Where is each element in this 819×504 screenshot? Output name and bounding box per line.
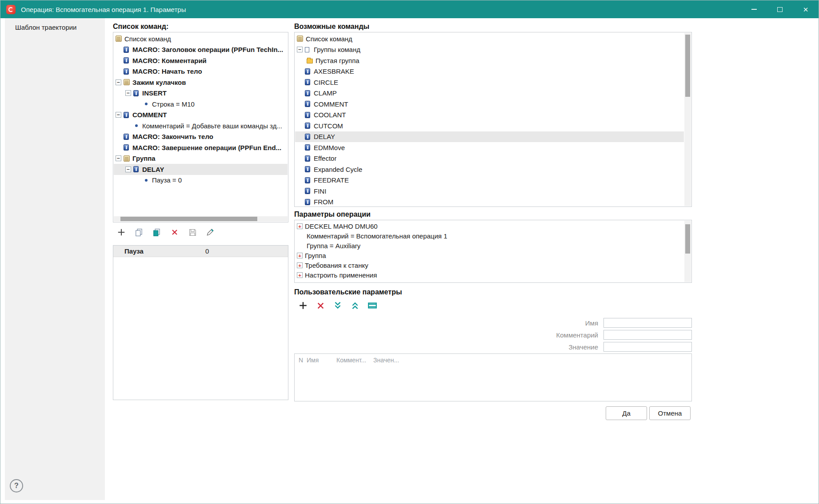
cmd-icon (305, 112, 310, 118)
cancel-button[interactable]: Отмена (649, 406, 691, 420)
tree-node[interactable]: FEEDRATE (295, 175, 684, 186)
scrollbar-thumb[interactable] (120, 217, 257, 221)
sidebar-item-trajectory-template[interactable]: Шаблон траектории (15, 24, 77, 31)
expand-icon[interactable]: + (297, 262, 303, 268)
cmd-icon (305, 79, 310, 85)
comment-label: Комментарий (465, 331, 598, 339)
tree-node-label: Список команд (306, 35, 352, 43)
help-button[interactable]: ? (10, 479, 23, 492)
expand-icon[interactable]: + (297, 282, 303, 282)
name-input[interactable] (603, 318, 692, 328)
collapse-icon[interactable]: − (116, 112, 121, 118)
tree-node[interactable]: MACRO: Завершение операции (PPFun End... (114, 142, 288, 153)
maximize-icon (777, 7, 783, 12)
tree-node[interactable]: −DELAY (114, 164, 288, 175)
add-command-button[interactable] (116, 227, 126, 237)
scrollbar-thumb[interactable] (685, 35, 690, 97)
save-command-button[interactable] (188, 227, 197, 237)
tree-node[interactable]: −INSERT (114, 88, 288, 99)
collapse-icon[interactable]: − (116, 79, 121, 85)
tree-node-label: Список команд (124, 35, 171, 43)
tree-node[interactable]: Effector (295, 153, 684, 164)
tree-node[interactable]: Пустая группа (295, 55, 684, 66)
collapse-icon[interactable]: − (116, 155, 121, 161)
expand-icon[interactable]: + (297, 253, 303, 258)
expand-icon[interactable]: + (297, 223, 303, 229)
tree-node[interactable]: +Группа (295, 250, 684, 260)
tree-node[interactable]: FINI (295, 186, 684, 197)
tree-node[interactable]: EDMMove (295, 142, 684, 153)
move-down-button[interactable] (333, 301, 343, 310)
tree-node[interactable]: FROM (295, 197, 684, 206)
value-input[interactable] (603, 342, 692, 352)
command-parameters-panel: Пауза 0 (113, 245, 288, 400)
tree-node[interactable]: −Зажим кулачков (114, 77, 288, 88)
collapse-icon[interactable]: − (125, 90, 131, 96)
tree-node-label: MACRO: Комментарий (132, 57, 207, 64)
tree-node[interactable]: Expanded Cycle (295, 164, 684, 175)
close-button[interactable]: ✕ (793, 0, 819, 18)
tree-node-label: Группа (132, 155, 156, 162)
tree-node[interactable]: Строка = M10 (114, 99, 288, 110)
tree-node[interactable]: MACRO: Закончить тело (114, 131, 288, 143)
tree-node-label: FROM (314, 198, 333, 206)
tree-node[interactable]: +Требования к станку (295, 260, 684, 270)
delete-command-button[interactable] (170, 227, 180, 237)
tree-node[interactable]: −Группы команд (295, 44, 684, 56)
vertical-scrollbar[interactable] (684, 221, 691, 282)
display-params-button[interactable] (368, 301, 377, 310)
tree-node-label: Комментарий = Добавьте ваши команды зд..… (142, 122, 282, 130)
tree-node[interactable]: −Группа (114, 153, 288, 164)
add-user-param-button[interactable] (298, 301, 308, 310)
minimize-button[interactable] (741, 0, 767, 18)
tree-node[interactable]: Пауза = 0 (114, 175, 288, 186)
tree-node[interactable]: AXESBRAKE (295, 66, 684, 77)
expand-icon[interactable]: + (297, 272, 303, 278)
maximize-button[interactable] (767, 0, 793, 18)
tree-node[interactable]: +Настроить применения (295, 270, 684, 280)
tree-node-label: Настроить применения (305, 271, 377, 279)
command-list-tree: Список командMACRO: Заголовок операции (… (113, 32, 288, 222)
delete-user-param-button[interactable] (316, 301, 325, 310)
tree-node[interactable]: Список команд (114, 33, 288, 44)
move-up-button[interactable] (350, 301, 360, 310)
operation-params-tree: +DECKEL MAHO DMU60Комментарий = Вспомога… (294, 220, 692, 283)
tree-node[interactable]: COOLANT (295, 110, 684, 121)
tree-node[interactable]: CLAMP (295, 88, 684, 99)
tree-node[interactable]: MACRO: Заголовок операции (PPFun TechIn.… (114, 44, 288, 56)
tree-node[interactable]: CUTCOM (295, 120, 684, 131)
tree-node-label: MACRO: Завершение операции (PPFun End... (132, 144, 281, 151)
tree-node[interactable]: CIRCLE (295, 77, 684, 88)
copy-command-button[interactable] (134, 227, 144, 237)
tree-node-label: FEEDRATE (314, 176, 349, 184)
vertical-scrollbar[interactable] (684, 33, 691, 206)
tree-node[interactable]: COMMENT (295, 99, 684, 110)
tree-node[interactable]: Комментарий = Вспомогательная операция 1 (295, 231, 684, 241)
user-params-table: N Имя Коммент... Значен... (294, 353, 692, 401)
add-icon (117, 228, 126, 237)
comment-input[interactable] (603, 330, 692, 340)
tree-node[interactable]: +DECKEL MAHO DMU60 (295, 221, 684, 231)
collapse-icon[interactable]: − (297, 47, 303, 52)
scrollbar-thumb[interactable] (685, 224, 690, 254)
tree-node-label: Строка = M10 (152, 100, 195, 108)
tree-node[interactable]: DELAY (295, 131, 684, 143)
horizontal-scrollbar[interactable] (114, 216, 288, 222)
tree-node-label: Комментарий = Вспомогательная операция 1 (307, 232, 447, 240)
cmd-icon (124, 57, 129, 63)
parameter-row[interactable]: Пауза 0 (113, 246, 288, 257)
cmd-icon (133, 166, 139, 172)
ok-button[interactable]: Да (606, 406, 647, 420)
tree-node[interactable]: MACRO: Комментарий (114, 55, 288, 66)
cmd-icon (124, 134, 129, 140)
edit-command-button[interactable] (205, 227, 215, 237)
collapse-icon[interactable]: − (125, 167, 131, 172)
tree-node[interactable]: + (295, 280, 684, 282)
tree-node[interactable]: −COMMENT (114, 110, 288, 121)
parameter-value[interactable]: 0 (205, 247, 209, 255)
copy-group-button[interactable] (152, 227, 162, 237)
tree-node[interactable]: Группа = Auxiliary (295, 241, 684, 250)
tree-node[interactable]: Комментарий = Добавьте ваши команды зд..… (114, 120, 288, 131)
tree-node[interactable]: Список команд (295, 33, 684, 44)
tree-node[interactable]: MACRO: Начать тело (114, 66, 288, 77)
